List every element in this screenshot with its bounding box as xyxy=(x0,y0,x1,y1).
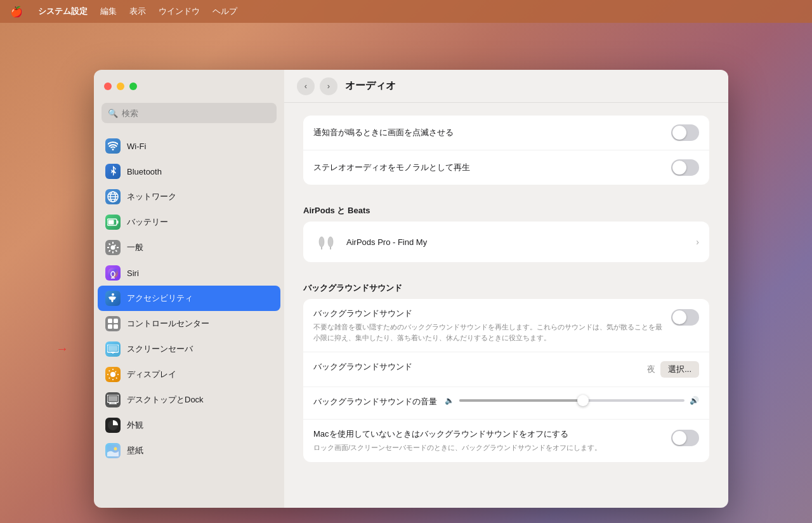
sidebar: 🔍 Wi-Fi Bluetooth xyxy=(94,70,284,508)
svg-point-30 xyxy=(114,447,117,451)
content-titlebar: ‹ › オーディオ xyxy=(284,70,728,103)
sidebar-item-label-wallpaper: 壁紙 xyxy=(127,445,143,456)
airpods-section-header: AirPods と Beats xyxy=(303,195,709,222)
bg-sound-select-button[interactable]: 選択... xyxy=(660,361,699,378)
sidebar-item-label-control-center: コントロールセンター xyxy=(127,318,209,329)
svg-rect-15 xyxy=(114,319,118,323)
mac-off-label: Macを使用していないときはバックグラウンドサウンドをオフにする xyxy=(313,428,664,440)
nav-back-button[interactable]: ‹ xyxy=(297,77,315,95)
search-bar[interactable]: 🔍 xyxy=(102,103,277,123)
mac-off-toggle[interactable] xyxy=(671,430,699,446)
left-arrow-indicator: → xyxy=(56,341,69,356)
sidebar-item-network[interactable]: ネットワーク xyxy=(98,184,280,209)
mono-toggle-knob xyxy=(672,161,686,175)
airpods-row[interactable]: AirPods Pro - Find My › xyxy=(303,222,709,262)
general-icon xyxy=(105,240,121,255)
mac-off-desc: ロック画面/スクリーンセーバモードのときに、バックグラウンドサウンドをオフにしま… xyxy=(313,442,664,453)
sidebar-item-desktop[interactable]: デスクトップとDock xyxy=(98,387,280,413)
content-body: 通知音が鳴るときに画面を点滅させる ステレオオーディオをモノラルとして再生 Ai… xyxy=(284,103,728,508)
mono-row: ステレオオーディオをモノラルとして再生 xyxy=(303,150,709,185)
flash-toggle-knob xyxy=(672,126,686,140)
flash-row: 通知音が鳴るときに画面を点滅させる xyxy=(303,116,709,150)
bg-sound-section-header: バックグラウンドサウンド xyxy=(303,272,709,299)
airpods-device-icon xyxy=(313,229,339,255)
sidebar-item-label-accessibility: アクセシビリティ xyxy=(127,293,193,304)
bg-sound-volume-row: バックグラウンドサウンドの音量 🔈 🔊 xyxy=(303,387,709,420)
notification-section: 通知音が鳴るときに画面を点滅させる ステレオオーディオをモノラルとして再生 xyxy=(303,116,709,185)
appearance-icon xyxy=(105,418,121,433)
sidebar-item-bluetooth[interactable]: Bluetooth xyxy=(98,159,280,184)
sidebar-item-label-desktop: デスクトップとDock xyxy=(127,394,204,406)
sidebar-list: Wi-Fi Bluetooth xyxy=(94,131,284,508)
svg-rect-24 xyxy=(108,396,117,401)
maximize-button[interactable] xyxy=(129,83,137,90)
mono-toggle[interactable] xyxy=(671,159,699,176)
sidebar-item-appearance[interactable]: 外観 xyxy=(98,413,280,438)
sidebar-item-label-battery: バッテリー xyxy=(127,216,168,228)
sidebar-item-wifi[interactable]: Wi-Fi xyxy=(98,133,280,159)
sidebar-item-accessibility[interactable]: アクセシビリティ xyxy=(98,286,280,311)
sidebar-item-label-bluetooth: Bluetooth xyxy=(127,167,162,176)
mono-label: ステレオオーディオをモノラルとして再生 xyxy=(313,162,671,173)
svg-rect-19 xyxy=(108,346,117,351)
slider-track xyxy=(459,399,684,402)
sidebar-item-label-screensaver: スクリーンセーバ xyxy=(127,343,193,355)
slider-thumb[interactable] xyxy=(577,395,589,406)
bg-sound-type-label: バックグラウンドサウンド xyxy=(313,361,639,373)
apple-menu[interactable]: 🍎 xyxy=(10,6,23,18)
menubar-edit[interactable]: 編集 xyxy=(100,6,117,17)
sidebar-item-control-center[interactable]: コントロールセンター xyxy=(98,311,280,336)
bg-sound-toggle-desc: 不要な雑音を覆い隠すためのバックグラウンドサウンドを再生します。これらのサウンド… xyxy=(313,322,664,343)
siri-icon xyxy=(105,265,121,281)
search-input[interactable] xyxy=(122,109,270,118)
menubar-help[interactable]: ヘルプ xyxy=(213,6,237,17)
desktop-icon xyxy=(105,392,121,407)
bg-sound-toggle-row: バックグラウンドサウンド 不要な雑音を覆い隠すためのバックグラウンドサウンドを再… xyxy=(303,299,709,352)
system-prefs-window: 🔍 Wi-Fi Bluetooth xyxy=(94,70,728,508)
sidebar-item-display[interactable]: ディスプレイ xyxy=(98,362,280,387)
control-center-icon xyxy=(105,316,121,331)
sidebar-item-screensaver[interactable]: スクリーンセーバ xyxy=(98,336,280,362)
bg-sound-volume-label: バックグラウンドサウンドの音量 xyxy=(313,396,437,407)
svg-rect-7 xyxy=(108,220,114,225)
accessibility-icon xyxy=(105,291,121,306)
sidebar-titlebar xyxy=(94,70,284,103)
bg-sound-type-row: バックグラウンドサウンド 夜 選択... xyxy=(303,352,709,387)
search-icon: 🔍 xyxy=(108,109,118,118)
svg-point-31 xyxy=(319,237,324,247)
sidebar-item-wallpaper[interactable]: 壁紙 xyxy=(98,438,280,463)
svg-rect-17 xyxy=(114,324,118,329)
sidebar-item-label-siri: Siri xyxy=(127,268,139,278)
mac-off-row: Macを使用していないときはバックグラウンドサウンドをオフにする ロック画面/ス… xyxy=(303,420,709,462)
display-icon xyxy=(105,367,121,382)
sidebar-item-label-general: 一般 xyxy=(127,242,143,253)
sidebar-item-label-wifi: Wi-Fi xyxy=(127,142,146,151)
flash-toggle[interactable] xyxy=(671,124,699,141)
sidebar-item-battery[interactable]: バッテリー xyxy=(98,209,280,235)
sidebar-item-general[interactable]: 一般 xyxy=(98,235,280,260)
sidebar-item-label-display: ディスプレイ xyxy=(127,369,176,380)
menubar-view[interactable]: 表示 xyxy=(129,6,146,17)
nav-forward-button[interactable]: › xyxy=(320,77,337,95)
bg-sound-type-value: 夜 xyxy=(647,364,655,375)
volume-max-icon: 🔊 xyxy=(690,396,699,405)
bg-sound-toggle[interactable] xyxy=(671,309,699,326)
sidebar-item-label-network: ネットワーク xyxy=(127,191,176,202)
minimize-button[interactable] xyxy=(117,83,124,90)
sidebar-item-siri[interactable]: Siri xyxy=(98,260,280,286)
svg-rect-14 xyxy=(108,319,112,323)
menubar-window[interactable]: ウインドウ xyxy=(159,6,200,17)
menubar-system-prefs[interactable]: システム設定 xyxy=(38,6,88,17)
screensaver-icon xyxy=(105,341,121,357)
close-button[interactable] xyxy=(104,83,112,90)
wallpaper-icon xyxy=(105,443,121,458)
flash-label: 通知音が鳴るときに画面を点滅させる xyxy=(313,127,671,138)
wifi-icon xyxy=(105,138,121,154)
airpods-device-label: AirPods Pro - Find My xyxy=(346,237,696,247)
sidebar-item-label-appearance: 外観 xyxy=(127,420,143,431)
svg-point-22 xyxy=(110,372,115,377)
bg-sound-toggle-title: バックグラウンドサウンド xyxy=(313,308,664,319)
menubar: 🍎 システム設定 編集 表示 ウインドウ ヘルプ xyxy=(0,0,812,23)
bg-sound-section: バックグラウンドサウンド 不要な雑音を覆い隠すためのバックグラウンドサウンドを再… xyxy=(303,299,709,462)
bg-sound-volume-slider[interactable]: 🔈 🔊 xyxy=(445,396,699,405)
